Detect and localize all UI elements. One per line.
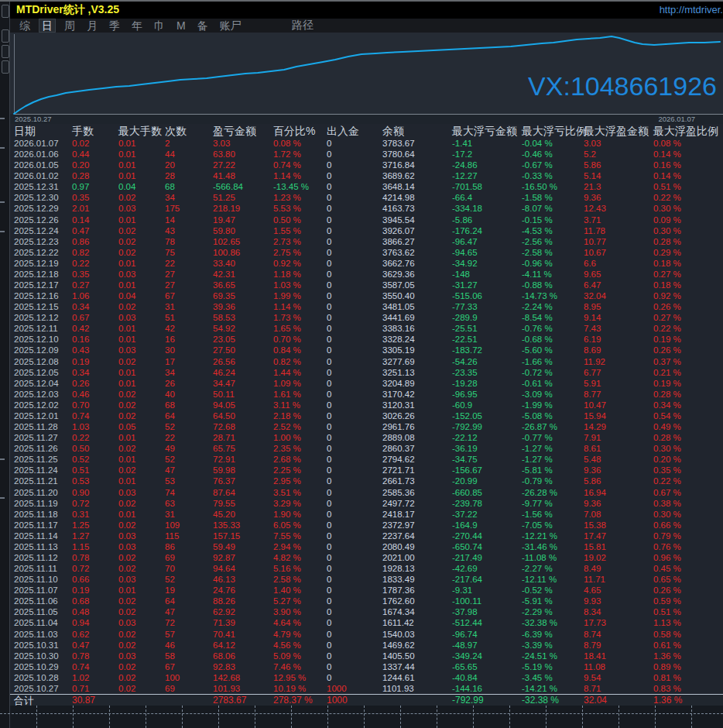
table-cell: 5.14 [584, 170, 653, 181]
table-row[interactable]: 2025.10.270.710.0269101.9310.19 %1000110… [10, 683, 723, 694]
table-cell: -34.75 [452, 454, 522, 465]
table-row[interactable]: 2025.11.141.270.03115157.157.55 %02237.6… [10, 531, 723, 541]
table-row[interactable]: 2025.12.010.740.026464.502.18 %03026.26-… [10, 410, 723, 421]
table-cell: 8.71 [584, 683, 653, 694]
table-cell: -4.53 % [522, 225, 584, 236]
table-cell: 2026.01.07 [14, 138, 72, 149]
table-cell: -2.56 % [522, 236, 584, 247]
strip-tick [0, 231, 5, 232]
table-cell: 7.08 [584, 509, 653, 520]
table-row[interactable]: 2025.12.300.350.023451.251.23 %04214.98-… [10, 192, 723, 203]
table-row[interactable]: 2025.12.310.970.0468-566.84-13.45 %03648… [10, 181, 723, 192]
table-row[interactable]: 2025.11.210.530.015376.372.95 %02661.73-… [10, 476, 723, 486]
table-cell: 0.49 % [653, 421, 723, 432]
menu-item-3[interactable]: 月 [84, 19, 100, 32]
table-cell: 0.28 [72, 170, 118, 181]
table-cell: 11.92 [584, 356, 653, 367]
table-cell: 0.97 [72, 181, 118, 192]
table-row[interactable]: 2025.11.200.900.037487.643.51 %02585.36-… [10, 487, 723, 498]
table-row[interactable]: 2025.11.100.660.035246.132.58 %01833.49-… [10, 574, 723, 585]
table-cell: 0.30 % [653, 443, 723, 454]
table-row[interactable]: 2025.12.220.820.0275100.862.75 %03763.62… [10, 247, 723, 258]
grid-line [182, 706, 183, 728]
table-row[interactable]: 2025.11.120.780.026992.874.82 %02021.00-… [10, 552, 723, 563]
table-cell: 3716.84 [382, 160, 452, 170]
table-row[interactable]: 2025.11.171.250.02109135.336.05 %02372.9… [10, 520, 723, 531]
table-row[interactable]: 2025.11.190.720.026379.553.29 %02497.72-… [10, 498, 723, 509]
dock-tab[interactable] [2, 60, 9, 74]
website-link[interactable]: http://mtdriver. [660, 4, 723, 15]
menu-item-1[interactable]: 日 [39, 19, 55, 32]
table-row[interactable]: 2025.12.161.060.046769.351.99 %03550.40-… [10, 290, 723, 301]
table-cell: 70.41 [213, 629, 273, 640]
menu-item-2[interactable]: 周 [62, 19, 77, 32]
dock-tab[interactable] [2, 5, 9, 18]
table-row[interactable]: 2025.12.040.260.012634.471.09 %03204.89-… [10, 378, 723, 389]
table-cell [382, 695, 452, 706]
table-row[interactable]: 2025.10.290.740.026792.837.46 %01337.44-… [10, 661, 723, 672]
menu-item-5[interactable]: 年 [129, 19, 145, 32]
table-row[interactable]: 2025.12.240.470.024359.801.55 %03926.07-… [10, 225, 723, 236]
menu-item-6[interactable]: 巾 [152, 19, 167, 32]
table-cell: -13.45 % [273, 181, 327, 192]
table-row[interactable]: 2025.12.170.270.012736.651.03 %03587.05-… [10, 280, 723, 290]
table-row[interactable]: 2025.11.110.720.027094.645.16 %01928.13-… [10, 563, 723, 574]
table-row[interactable]: 2025.11.040.940.037271.394.64 %01611.42-… [10, 617, 723, 628]
table-row[interactable]: 2025.11.180.310.013145.201.90 %02418.17-… [10, 509, 723, 520]
table-row[interactable]: 2025.12.030.460.024050.111.61 %03170.42-… [10, 389, 723, 400]
table-cell: 3277.69 [382, 356, 452, 367]
menu-item-8[interactable]: 备 [195, 19, 211, 32]
menu-item-0[interactable]: 综 [17, 19, 33, 32]
table-row[interactable]: 2025.12.180.350.032742.311.18 %03629.36-… [10, 269, 723, 280]
menu-item-path[interactable]: 路径 [292, 19, 314, 33]
table-row[interactable]: 2025.12.080.190.021726.560.82 %03277.69-… [10, 356, 723, 367]
table-row[interactable]: 2025.10.310.470.024664.124.56 %01469.62-… [10, 640, 723, 651]
table-row[interactable]: 2025.11.131.150.038659.492.94 %02080.49-… [10, 541, 723, 552]
menu-item-4[interactable]: 季 [107, 19, 122, 32]
table-cell: 0.21 % [653, 367, 723, 378]
table-row[interactable]: 2025.11.250.520.015272.912.68 %02794.62-… [10, 454, 723, 465]
menu-item-9[interactable]: 账尸 [218, 19, 244, 32]
table-row[interactable]: 2025.12.260.140.011419.470.50 %03945.54-… [10, 215, 723, 225]
table-row[interactable]: 2025.12.150.340.023139.361.14 %03481.05-… [10, 301, 723, 312]
table-row[interactable]: 2025.11.050.480.024762.923.90 %01674.34-… [10, 606, 723, 617]
menu-item-7[interactable]: M [174, 19, 188, 32]
table-cell: 0.27 % [653, 269, 723, 280]
table-row[interactable]: 2025.11.060.680.026488.265.27 %01762.60-… [10, 596, 723, 606]
table-cell: 69 [165, 683, 213, 694]
table-row[interactable]: 2025.10.281.020.02100142.6812.95 %01244.… [10, 672, 723, 683]
table-row[interactable]: 2025.11.270.220.012228.711.00 %02889.08-… [10, 432, 723, 443]
table-cell: 31 [165, 301, 213, 312]
table-row[interactable]: 2025.12.100.160.011623.050.70 %03328.24-… [10, 334, 723, 345]
table-cell: 11.08 [584, 661, 653, 672]
table-total-row[interactable]: 合计30.872783.67278.37 %1000-792.99-32.38 … [10, 694, 723, 706]
table-row[interactable]: 2025.12.110.420.014254.921.65 %03383.16-… [10, 323, 723, 334]
table-row[interactable]: 2025.12.190.220.012233.400.92 %03662.76-… [10, 258, 723, 269]
dock-tab[interactable] [2, 45, 9, 58]
table-row[interactable]: 2025.12.050.340.013446.241.44 %03251.13-… [10, 367, 723, 378]
table-cell: -12.11 % [522, 574, 584, 585]
table-row[interactable]: 2025.11.281.030.055272.682.52 %02961.76-… [10, 421, 723, 432]
table-row[interactable]: 2026.01.050.200.012027.220.74 %03716.84-… [10, 160, 723, 170]
table-row[interactable]: 2025.12.230.860.0278102.652.73 %03866.27… [10, 236, 723, 247]
table-row[interactable]: 2025.11.240.510.024759.982.25 %02721.71-… [10, 465, 723, 476]
table-row[interactable]: 2025.10.300.780.035868.065.09 %01405.50-… [10, 651, 723, 661]
table-cell: 0 [327, 203, 382, 214]
table-cell: 100 [165, 672, 213, 683]
table-cell: 3481.05 [382, 301, 452, 312]
table-row[interactable]: 2025.11.260.500.024965.752.35 %02860.37-… [10, 443, 723, 454]
table-row[interactable]: 2025.12.020.700.026894.053.11 %03120.31-… [10, 400, 723, 410]
table-row[interactable]: 2026.01.020.280.012841.481.14 %03689.62-… [10, 170, 723, 181]
table-row[interactable]: 2025.12.292.010.03175218.195.53 %04163.7… [10, 203, 723, 214]
column-header: 最大浮盈比例 [653, 124, 723, 138]
table-row[interactable]: 2026.01.060.440.014463.801.72 %03780.64-… [10, 149, 723, 160]
table-row[interactable]: 2025.12.120.670.035158.531.73 %03441.69-… [10, 312, 723, 323]
table-cell: -0.61 % [522, 378, 584, 389]
dock-tab[interactable] [2, 29, 9, 43]
table-row[interactable]: 2025.11.070.190.011924.761.40 %01787.36-… [10, 585, 723, 596]
table-row[interactable]: 2026.01.070.020.0123.030.08 %03783.67-1.… [10, 138, 723, 149]
table-cell: 62.92 [213, 606, 273, 617]
table-row[interactable]: 2025.11.030.620.025770.414.79 %01540.03-… [10, 629, 723, 640]
table-row[interactable]: 2025.12.090.430.033027.500.84 %03305.19-… [10, 345, 723, 355]
table-cell: 3441.69 [382, 312, 452, 323]
